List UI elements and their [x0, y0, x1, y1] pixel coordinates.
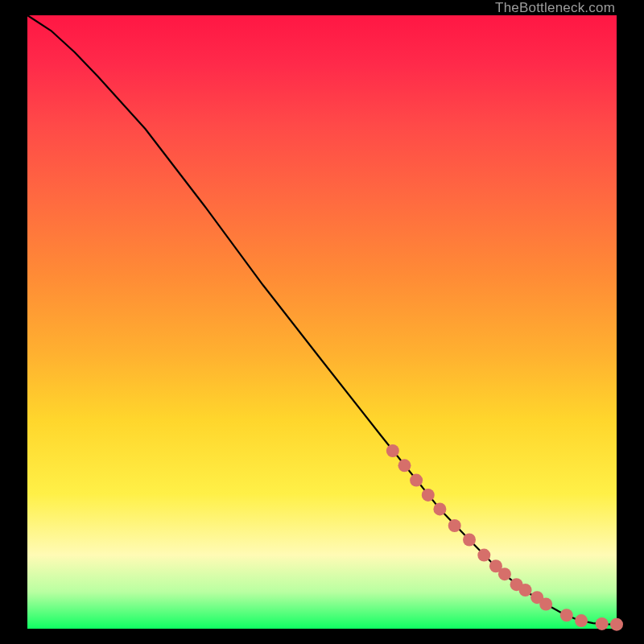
data-marker: [398, 459, 411, 472]
data-marker: [433, 502, 446, 515]
data-marker: [498, 568, 511, 580]
data-marker: [539, 598, 552, 611]
data-marker: [560, 609, 573, 621]
data-marker: [410, 474, 423, 487]
watermark-text: TheBottleneck.com: [495, 0, 615, 15]
data-marker: [575, 614, 588, 627]
marker-group: [386, 444, 623, 631]
chart-overlay: [27, 15, 617, 629]
data-marker: [386, 444, 399, 457]
chart-container: TheBottleneck.com: [0, 0, 644, 644]
data-marker: [477, 549, 490, 562]
data-marker: [448, 519, 461, 532]
data-marker: [610, 618, 623, 631]
curve-line: [27, 15, 617, 625]
data-marker: [596, 617, 609, 630]
data-marker: [519, 584, 532, 597]
data-marker: [463, 534, 476, 547]
data-marker: [422, 489, 435, 502]
